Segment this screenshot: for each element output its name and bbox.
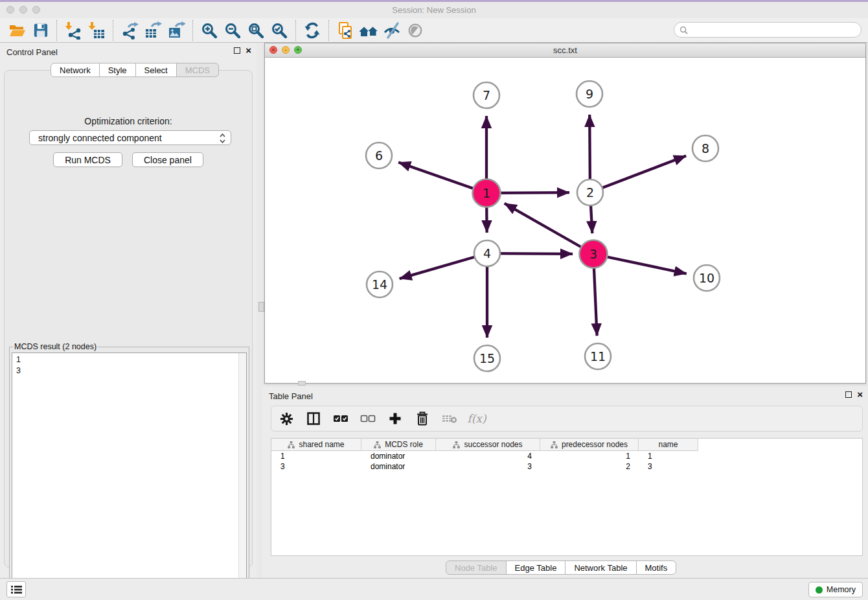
tab-network[interactable]: Network	[51, 63, 100, 77]
column-layout-icon[interactable]	[305, 410, 322, 427]
control-panel-title: Control Panel	[6, 47, 58, 57]
zoom-out-icon[interactable]	[221, 19, 244, 41]
node-label: 1	[483, 186, 490, 200]
table-cell: 4	[436, 451, 540, 461]
refresh-layout-icon[interactable]	[301, 19, 324, 41]
control-panel: Control Panel × NetworkStyleSelectMCDS O…	[0, 43, 257, 578]
table-row[interactable]: 3dominator323	[271, 461, 862, 472]
close-panel-icon[interactable]: ×	[857, 391, 863, 398]
show-hide-icon[interactable]	[404, 19, 427, 41]
horizontal-splitter-handle[interactable]	[298, 381, 306, 386]
graph-node-9[interactable]: 9	[577, 81, 602, 107]
table-header-row: shared nameMCDS rolesuccessor nodesprede…	[271, 439, 862, 451]
table-cell: 3	[271, 461, 361, 472]
graph-node-7[interactable]: 7	[474, 82, 499, 108]
tab-network-table[interactable]: Network Table	[565, 560, 636, 575]
tab-motifs[interactable]: Motifs	[636, 560, 677, 575]
import-network-icon[interactable]	[62, 19, 85, 41]
criterion-dropdown[interactable]: strongly connected component	[29, 130, 231, 145]
tab-node-table[interactable]: Node Table	[446, 560, 507, 575]
table-cell: 1	[271, 451, 361, 461]
tab-mcds[interactable]: MCDS	[176, 63, 219, 77]
open-session-icon[interactable]	[5, 19, 29, 41]
export-network-icon[interactable]	[118, 19, 141, 41]
node-label: 11	[590, 349, 606, 363]
graph-node-14[interactable]: 14	[367, 271, 393, 297]
float-panel-icon[interactable]	[845, 391, 852, 398]
zoom-fit-icon[interactable]	[244, 19, 268, 41]
add-column-plus-icon[interactable]	[387, 410, 404, 427]
graph-node-3[interactable]: 3	[580, 240, 608, 268]
graph-node-10[interactable]: 10	[694, 265, 720, 291]
search-input[interactable]	[691, 25, 856, 36]
node-label: 8	[702, 141, 709, 156]
style-preview-icon[interactable]	[380, 19, 404, 41]
column-label: predecessor nodes	[562, 440, 628, 449]
stepper-arrows-icon	[219, 133, 226, 144]
column-header-successor-nodes[interactable]: successor nodes	[436, 439, 540, 451]
tab-style[interactable]: Style	[99, 63, 136, 77]
node-label: 4	[483, 246, 491, 260]
application-window: Session: New Session	[0, 0, 868, 600]
table-toolbar: f(x)	[271, 406, 863, 432]
export-image-icon[interactable]	[165, 19, 188, 41]
column-label: name	[658, 440, 678, 449]
node-label: 7	[483, 88, 490, 102]
network-window-title: scc.txt	[265, 45, 865, 55]
table-cell: 1	[639, 451, 698, 461]
memory-status-dot	[816, 586, 823, 594]
save-session-icon[interactable]	[29, 19, 52, 41]
graph-node-4[interactable]: 4	[474, 240, 500, 266]
column-header-mcds-role[interactable]: MCDS role	[361, 439, 436, 451]
graph-node-6[interactable]: 6	[366, 143, 392, 168]
search-icon	[680, 26, 688, 34]
home-view-icon[interactable]	[357, 19, 380, 41]
graph-node-2[interactable]: 2	[577, 179, 603, 205]
select-all-icon[interactable]	[332, 410, 349, 427]
graph-edge-3-1	[505, 203, 593, 254]
network-canvas[interactable]: 1234678910111415	[265, 58, 865, 383]
task-history-button[interactable]	[6, 581, 26, 597]
tab-select[interactable]: Select	[135, 63, 177, 77]
toolbar-separator	[295, 20, 296, 41]
table-settings-gear-icon[interactable]	[278, 410, 295, 427]
run-mcds-button[interactable]: Run MCDS	[53, 152, 122, 167]
attribute-icon	[453, 441, 460, 448]
table-row[interactable]: 1dominator411	[271, 451, 862, 461]
table-cell: 2	[540, 461, 639, 472]
criterion-label: Optimization criterion:	[5, 116, 252, 126]
graph-node-8[interactable]: 8	[692, 135, 718, 161]
memory-button[interactable]: Memory	[808, 582, 863, 597]
vertical-splitter-handle[interactable]	[258, 302, 264, 312]
graph-node-11[interactable]: 11	[585, 343, 611, 369]
tab-edge-table[interactable]: Edge Table	[506, 560, 566, 575]
import-table-icon[interactable]	[85, 19, 108, 41]
zoom-selected-icon[interactable]	[268, 19, 291, 41]
criterion-value: strongly connected component	[38, 133, 162, 143]
close-panel-button[interactable]: Close panel	[132, 152, 203, 167]
clone-network-icon[interactable]	[334, 19, 357, 41]
toolbar-separator	[328, 20, 329, 41]
result-scrollbar[interactable]	[238, 353, 246, 586]
node-table: shared nameMCDS rolesuccessor nodesprede…	[271, 438, 863, 556]
table-cell: 1	[540, 451, 639, 461]
mcds-result-box: 1 3	[12, 352, 247, 586]
unselect-all-icon[interactable]	[360, 410, 376, 427]
export-table-icon[interactable]	[141, 19, 165, 41]
column-header-predecessor-nodes[interactable]: predecessor nodes	[540, 439, 639, 451]
close-panel-icon[interactable]: ×	[246, 47, 251, 54]
table-cell: 3	[639, 461, 698, 472]
graph-node-1[interactable]: 1	[473, 179, 501, 207]
search-field[interactable]	[674, 22, 862, 38]
toolbar-separator	[56, 20, 57, 41]
graph-node-15[interactable]: 15	[474, 345, 500, 371]
network-view-window: × - + scc.txt 1234678910111415	[264, 43, 866, 384]
column-header-shared-name[interactable]: shared name	[271, 439, 361, 451]
table-cell: dominator	[361, 461, 436, 472]
delete-column-trash-icon[interactable]	[414, 410, 431, 427]
zoom-in-icon[interactable]	[198, 19, 221, 41]
toolbar-separator	[113, 20, 113, 41]
float-panel-icon[interactable]	[234, 47, 240, 54]
column-header-name[interactable]: name	[639, 439, 698, 451]
delete-table-icon	[441, 410, 458, 427]
